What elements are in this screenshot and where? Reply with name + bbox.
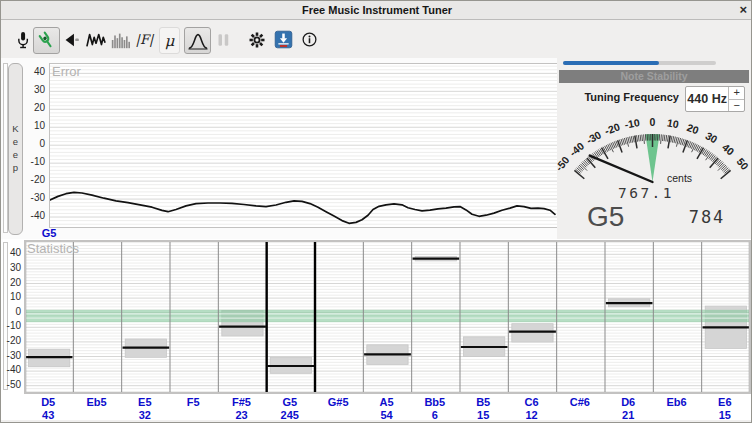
stats-y-tick-label: -30 [2, 350, 21, 361]
tuning-frequency-value: 440 Hz [686, 87, 728, 111]
pause-button[interactable] [215, 27, 232, 52]
error-chart-region: Error 403020100-10-20-30-40 G5 [1, 58, 557, 239]
close-button[interactable]: × [739, 1, 747, 18]
stats-note-label: Eb5 [75, 396, 119, 408]
microphone-button[interactable] [13, 27, 33, 52]
stats-note-label: D6 [606, 396, 650, 408]
keep-button[interactable]: Keep [8, 63, 23, 235]
stats-note-label: Eb6 [655, 396, 699, 408]
gauge-tick-label: 0 [650, 116, 656, 128]
window-title: Free Music Instrument Tuner [1, 1, 752, 19]
stats-y-tick-label: 40 [2, 247, 21, 258]
stats-note-label: B5 [461, 396, 505, 408]
stats-note-label: C6 [510, 396, 554, 408]
tuning-fork-button[interactable] [33, 27, 60, 54]
settings-gear-icon [247, 30, 267, 50]
gauge-tick-label: -40 [567, 140, 586, 159]
stats-note-label: G#5 [316, 396, 360, 408]
gauge-tick-label: 20 [685, 121, 700, 136]
gauss-curve-icon [187, 31, 209, 51]
info-icon [301, 31, 318, 48]
tuning-fork-icon [36, 30, 57, 51]
gauss-curve-button[interactable] [184, 27, 211, 54]
stats-note-label: Bb5 [413, 396, 457, 408]
speaker-button[interactable] [61, 27, 81, 52]
gauge-tick-label: -30 [584, 128, 603, 146]
stats-note-label: D5 [26, 396, 70, 408]
gauge-tick-label: 50 [735, 155, 752, 172]
measured-frequency-readout: 767.1 [596, 185, 696, 201]
note-target-frequency: 784 [677, 207, 737, 227]
save-record-button[interactable] [273, 27, 294, 52]
histogram-icon [110, 30, 130, 50]
stats-note-label: F5 [171, 396, 215, 408]
stats-note-label: E6 [703, 396, 747, 408]
stats-y-tick-label: 10 [2, 291, 21, 302]
mu-button[interactable]: μ [159, 27, 180, 54]
stats-y-tick-label: -10 [2, 320, 21, 331]
stats-y-tick-label: 30 [2, 262, 21, 273]
mu-icon: μ [165, 32, 175, 50]
frequency-increment-button[interactable]: + [729, 87, 744, 100]
fourier-button[interactable]: |F| [134, 27, 155, 52]
gauge-tick-label: 10 [666, 116, 680, 130]
stats-note-label: F#5 [220, 396, 264, 408]
waveform-icon [85, 30, 107, 50]
speaker-icon [61, 30, 81, 50]
error-chart-note-marker: G5 [35, 227, 63, 239]
tuning-frequency-label: Tuning Frequency [559, 91, 679, 103]
stats-note-label: E5 [123, 396, 167, 408]
statistics-plot [24, 240, 751, 394]
stats-note-label: C#6 [558, 396, 602, 408]
gauge-tick-label: 40 [720, 141, 737, 158]
gauge-unit-label: cents [667, 172, 692, 184]
gauge-tick-label: -10 [623, 116, 640, 130]
microphone-icon [13, 29, 33, 51]
gauge-tick-label: -20 [603, 120, 622, 137]
save-record-icon [274, 30, 293, 49]
stats-note-label: A5 [365, 396, 409, 408]
error-chart-plot [49, 63, 558, 228]
statistics-region: Statistics 403020100-10-20-30-40-50 D543… [1, 239, 752, 420]
statistics-title: Statistics [27, 241, 79, 256]
settings-button[interactable] [246, 27, 268, 52]
stats-y-tick-label: 20 [2, 277, 21, 288]
title-bar: Free Music Instrument Tuner × [1, 1, 752, 20]
gauge-tick-label: 30 [703, 129, 719, 145]
note-stability-panel: Note Stability Tuning Frequency 440 Hz +… [557, 58, 752, 239]
histogram-button[interactable] [109, 27, 131, 52]
fourier-icon: |F| [136, 32, 154, 47]
stats-note-label: G5 [268, 396, 312, 408]
error-chart-title: Error [52, 64, 81, 79]
stats-y-tick-label: 0 [2, 306, 21, 317]
stability-progress-fill [563, 61, 659, 65]
note-stability-header: Note Stability [559, 70, 749, 83]
info-button[interactable] [300, 27, 319, 52]
toolbar: |F| μ [1, 20, 752, 59]
detected-note-label: G5 [587, 201, 624, 233]
stats-y-tick-label: -20 [2, 335, 21, 346]
stats-y-tick-label: -50 [2, 379, 21, 390]
pause-icon [216, 32, 231, 48]
waveform-button[interactable] [85, 27, 107, 52]
stats-y-tick-label: -40 [2, 364, 21, 375]
